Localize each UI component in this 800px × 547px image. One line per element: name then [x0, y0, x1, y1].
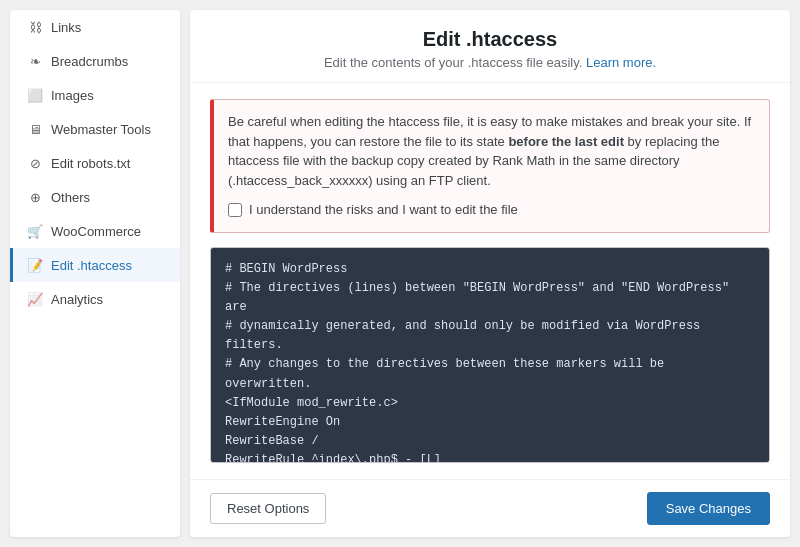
sidebar-label-analytics: Analytics [51, 292, 103, 307]
code-editor[interactable] [211, 248, 769, 463]
sidebar-item-breadcrumbs[interactable]: ❧Breadcrumbs [10, 44, 180, 78]
edit-htaccess-icon: 📝 [27, 257, 43, 273]
sidebar-label-webmaster-tools: Webmaster Tools [51, 122, 151, 137]
page-header: Edit .htaccess Edit the contents of your… [190, 10, 790, 83]
warning-box: Be careful when editing the htaccess fil… [210, 99, 770, 233]
understand-label[interactable]: I understand the risks and I want to edi… [249, 200, 518, 220]
links-icon: ⛓ [27, 19, 43, 35]
sidebar-label-links: Links [51, 20, 81, 35]
sidebar-item-others[interactable]: ⊕Others [10, 180, 180, 214]
main-content: Edit .htaccess Edit the contents of your… [190, 10, 790, 537]
sidebar-item-analytics[interactable]: 📈Analytics [10, 282, 180, 316]
subtitle-text: Edit the contents of your .htaccess file… [324, 55, 582, 70]
understand-row: I understand the risks and I want to edi… [228, 200, 755, 220]
sidebar-item-woocommerce[interactable]: 🛒WooCommerce [10, 214, 180, 248]
sidebar-item-images[interactable]: ⬜Images [10, 78, 180, 112]
footer-bar: Reset Options Save Changes [190, 479, 790, 537]
breadcrumbs-icon: ❧ [27, 53, 43, 69]
others-icon: ⊕ [27, 189, 43, 205]
sidebar-item-edit-robots[interactable]: ⊘Edit robots.txt [10, 146, 180, 180]
reset-button[interactable]: Reset Options [210, 493, 326, 524]
sidebar: ⛓Links❧Breadcrumbs⬜Images🖥Webmaster Tool… [10, 10, 180, 537]
images-icon: ⬜ [27, 87, 43, 103]
sidebar-label-images: Images [51, 88, 94, 103]
sidebar-label-breadcrumbs: Breadcrumbs [51, 54, 128, 69]
content-area: Be careful when editing the htaccess fil… [190, 83, 790, 479]
webmaster-tools-icon: 🖥 [27, 121, 43, 137]
warning-bold: before the last edit [508, 134, 624, 149]
understand-checkbox[interactable] [228, 203, 242, 217]
woocommerce-icon: 🛒 [27, 223, 43, 239]
sidebar-item-edit-htaccess[interactable]: 📝Edit .htaccess [10, 248, 180, 282]
warning-text: Be careful when editing the htaccess fil… [228, 112, 755, 190]
analytics-icon: 📈 [27, 291, 43, 307]
sidebar-label-edit-robots: Edit robots.txt [51, 156, 130, 171]
save-button[interactable]: Save Changes [647, 492, 770, 525]
sidebar-item-webmaster-tools[interactable]: 🖥Webmaster Tools [10, 112, 180, 146]
sidebar-label-others: Others [51, 190, 90, 205]
learn-more-link[interactable]: Learn more. [586, 55, 656, 70]
code-editor-wrapper [210, 247, 770, 464]
page-subtitle: Edit the contents of your .htaccess file… [210, 55, 770, 70]
sidebar-label-woocommerce: WooCommerce [51, 224, 141, 239]
sidebar-label-edit-htaccess: Edit .htaccess [51, 258, 132, 273]
edit-robots-icon: ⊘ [27, 155, 43, 171]
sidebar-item-links[interactable]: ⛓Links [10, 10, 180, 44]
page-title: Edit .htaccess [210, 28, 770, 51]
